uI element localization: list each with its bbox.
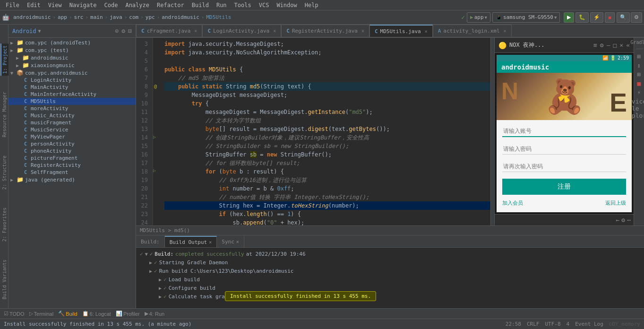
profiler-tab-button[interactable]: 📊 Profiler	[114, 310, 142, 318]
tree-item-selffragment[interactable]: C SelfFragment	[9, 169, 136, 176]
build-tab-button[interactable]: 🔨 Build	[56, 310, 79, 318]
tree-item-mainactivity[interactable]: C MainActivity	[9, 84, 136, 91]
favorites-tab[interactable]: 2: Favorites	[1, 206, 8, 243]
expand-icon[interactable]: ▶	[159, 286, 162, 291]
tab-md5utils[interactable]: C MD5Utils.java ×	[369, 25, 433, 37]
right-icon-1[interactable]: ⊞	[637, 53, 641, 60]
tab-close-icon[interactable]: ×	[273, 28, 276, 34]
tree-item-loginactivity[interactable]: C LoginActivity	[9, 77, 136, 84]
project-tab[interactable]: 1: Project	[0, 43, 9, 76]
menu-build[interactable]: Build	[188, 0, 213, 10]
encoding-status[interactable]: UTF-8	[545, 321, 560, 327]
menu-refactor[interactable]: Refactor	[153, 0, 188, 10]
menu-analyze[interactable]: Analyze	[121, 0, 153, 10]
menu-view[interactable]: View	[44, 0, 66, 10]
emulator-close-icon[interactable]: ×	[619, 42, 623, 49]
tab-registeractivity[interactable]: C RegisterActivity.java ×	[281, 25, 369, 37]
password-input[interactable]	[502, 144, 626, 155]
tree-item-musicservice[interactable]: C MusicService	[9, 126, 136, 133]
emulator-minimize-icon[interactable]: –	[607, 42, 610, 49]
settings-button[interactable]: ⚙	[631, 12, 642, 23]
tree-item-androidmusic-folder[interactable]: ▶ 📁 androidmusic	[9, 54, 136, 61]
structure-tab[interactable]: 2: Structure	[1, 154, 8, 191]
back-link[interactable]: 返回上级	[605, 199, 626, 207]
tree-item-androidtest[interactable]: ▶ 📁 com.ypc (androidTest)	[9, 39, 136, 46]
confirm-password-input[interactable]	[502, 161, 626, 172]
more-nav-icon[interactable]: ⋯	[627, 216, 631, 224]
home-nav-icon[interactable]: ⚙	[621, 216, 625, 224]
project-dropdown-icon[interactable]: ▼	[38, 28, 41, 34]
join-link[interactable]: 加入会员	[502, 199, 523, 207]
menu-file[interactable]: File	[2, 0, 23, 10]
menu-navigate[interactable]: Navigate	[66, 0, 101, 10]
build-tab-output[interactable]: Build Output ×	[165, 236, 217, 247]
tab-loginactivity[interactable]: C LoginActivity.java ×	[202, 25, 281, 37]
tree-item-phoneactivity[interactable]: C phoneActivity	[9, 147, 136, 155]
tree-item-picturefragment[interactable]: C pictureFragment	[9, 155, 136, 162]
search-everywhere-button[interactable]: 🔍	[617, 12, 630, 23]
tree-item-myviewpager[interactable]: C MyViewPager	[9, 133, 136, 140]
gear-icon[interactable]: ⚙	[121, 27, 125, 35]
run-config-dropdown[interactable]: ▶ app ▼	[467, 12, 490, 23]
tab-close-icon[interactable]: ×	[504, 28, 507, 34]
right-icon-3[interactable]: ⊞	[637, 71, 641, 78]
account-input[interactable]	[502, 126, 626, 137]
tree-item-registeractivity[interactable]: C RegisterActivity	[9, 162, 136, 169]
collapse-icon[interactable]: ⊟	[128, 27, 132, 35]
back-nav-icon[interactable]: ←	[616, 216, 620, 224]
close-sync-icon[interactable]: ×	[236, 239, 239, 244]
right-icon-5[interactable]: ⚡	[637, 89, 641, 96]
code-editor[interactable]: 3 4 5 6 7 8 9 10 11 12 13 14 15 16	[136, 38, 494, 225]
build-tab-build[interactable]: Build:	[136, 236, 165, 247]
device-dropdown[interactable]: 📱 samsung SM-G9550 ▼	[492, 12, 560, 23]
close-build-output-icon[interactable]: ×	[209, 240, 212, 245]
right-icon-4[interactable]: ■	[637, 80, 641, 87]
indent-status[interactable]: 4	[567, 321, 570, 327]
emulator-settings-icon[interactable]: ⚙	[600, 42, 604, 49]
tree-item-personactivity[interactable]: C personActivity	[9, 140, 136, 147]
debug-button[interactable]: 🐛	[575, 12, 589, 23]
menu-run[interactable]: Run	[213, 0, 231, 10]
tab-activity-login[interactable]: A activity_login.xml ×	[433, 25, 512, 37]
tree-item-md5utils[interactable]: C MD5Utils	[9, 98, 136, 105]
expand-icon[interactable]: ▶	[159, 277, 162, 282]
expand-icon[interactable]: ▶	[149, 260, 152, 265]
profile-button[interactable]: ⚡	[590, 12, 603, 23]
tree-item-music-activity[interactable]: C Music_Activity	[9, 112, 136, 119]
run-button[interactable]: ▶	[564, 12, 574, 23]
gradle-tab[interactable]: Gradle	[630, 40, 644, 45]
scrollbar[interactable]	[490, 38, 494, 225]
tree-item-com-ypc-androidmusic[interactable]: ▼ 📦 com.ypc.androidmusic	[9, 69, 136, 77]
tree-item-musicfragment[interactable]: C musicFragment	[9, 119, 136, 126]
resource-manager-tab[interactable]: Resource Manager	[1, 90, 8, 139]
tree-item-xiaoxiong[interactable]: ▶ 📁 xiaoxiongmusic	[9, 61, 136, 69]
tree-item-maininterfaceactivity[interactable]: C MainInterfaceActivity	[9, 91, 136, 98]
menu-tools[interactable]: Tools	[231, 0, 255, 10]
right-icon-2[interactable]: ↕	[637, 62, 641, 69]
expand-icon[interactable]: ▶	[149, 268, 152, 274]
scope-icon[interactable]: ⊙	[115, 27, 119, 35]
tree-item-moreactivity[interactable]: C moreActivity	[9, 105, 136, 112]
tab-close-icon[interactable]: ×	[194, 28, 197, 34]
tree-item-java-generated[interactable]: ▶ 📁 java (generated)	[9, 176, 136, 183]
expand-icon[interactable]: ▶	[159, 294, 162, 299]
run-tab-button[interactable]: ▶ 4: Run	[143, 310, 166, 318]
emulator-maximize-icon[interactable]: □	[613, 42, 617, 49]
stop-button[interactable]: ■	[605, 12, 615, 23]
event-log-status[interactable]: Event Log	[575, 321, 603, 327]
menu-help[interactable]: Help	[301, 0, 322, 10]
line-ending-status[interactable]: CRLF	[527, 321, 540, 327]
register-button[interactable]: 注册	[502, 179, 626, 195]
build-tab-sync[interactable]: Sync ×	[217, 236, 244, 247]
emulator-menu-icon[interactable]: ≡	[593, 42, 597, 49]
logcat-tab-button[interactable]: 📋 6: Logcat	[80, 310, 113, 318]
expand-icon[interactable]: ▼	[145, 251, 148, 257]
menu-edit[interactable]: Edit	[23, 0, 44, 10]
menu-vcs[interactable]: VCS	[255, 0, 273, 10]
menu-window[interactable]: Window	[273, 0, 301, 10]
emulator-collapse-icon[interactable]: «	[626, 42, 630, 49]
tab-cfragment[interactable]: C cFragment.java ×	[136, 25, 202, 37]
terminal-tab-button[interactable]: ▷ Terminal	[27, 310, 56, 318]
tab-close-icon[interactable]: ×	[361, 28, 364, 34]
tree-item-test[interactable]: ▶ 📁 com.ypc (test)	[9, 46, 136, 54]
